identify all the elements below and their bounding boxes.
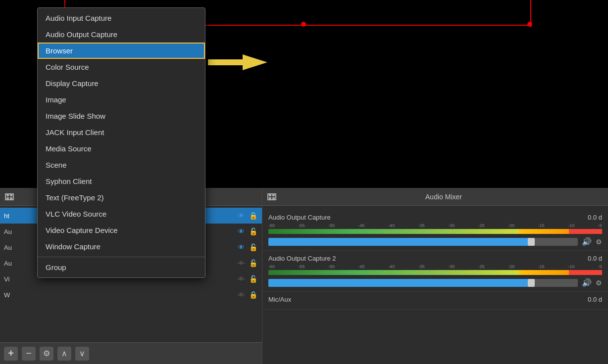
red-dot-right: [527, 22, 532, 27]
menu-item-audio-input-capture[interactable]: Audio Input Capture: [38, 10, 205, 26]
mixer-title: Audio Mixer: [284, 193, 603, 201]
mixer-header: Audio Mixer: [262, 188, 608, 206]
volume-slider-1[interactable]: [268, 238, 578, 246]
menu-item-text-freetype2[interactable]: Text (FreeType 2): [38, 189, 205, 206]
menu-separator: [38, 257, 205, 257]
remove-source-button[interactable]: −: [22, 347, 36, 361]
visibility-icon[interactable]: 👁: [236, 227, 246, 236]
lock-icon[interactable]: 🔓: [248, 274, 258, 284]
visibility-icon[interactable]: 👁: [236, 274, 246, 284]
vu-labels-2: -60 -55 -50 -45 -40 -35 -30 -25 -20 -15 …: [268, 264, 602, 269]
lock-icon[interactable]: 🔒: [248, 211, 258, 221]
lock-icon[interactable]: 🔓: [248, 242, 258, 252]
menu-item-display-capture[interactable]: Display Capture: [38, 75, 205, 91]
red-dot-center: [301, 22, 306, 27]
speaker-icon-2[interactable]: 🔊: [582, 278, 592, 287]
source-item-icons: 👁 🔒: [236, 211, 258, 221]
menu-item-image-slide-show[interactable]: Image Slide Show: [38, 108, 205, 124]
audio-mixer-panel: Audio Mixer Audio Output Capture 0.0 d -…: [262, 188, 608, 364]
svg-rect-5: [269, 194, 271, 196]
context-menu: Audio Input Capture Audio Output Capture…: [37, 7, 205, 278]
lock-icon[interactable]: 🔓: [248, 227, 258, 236]
channel-controls-2: 🔊 ⚙: [268, 278, 602, 287]
audio-channel-3: Mic/Aux 0.0 d: [262, 292, 608, 310]
menu-item-syphon-client[interactable]: Syphon Client: [38, 173, 205, 189]
lock-icon[interactable]: 🔓: [248, 258, 258, 268]
mixer-options-1[interactable]: ⚙: [596, 238, 602, 246]
menu-item-audio-output-capture[interactable]: Audio Output Capture: [38, 26, 205, 43]
add-source-button[interactable]: +: [4, 347, 18, 361]
source-settings-button[interactable]: ⚙: [40, 347, 53, 361]
arrow-indicator: [208, 53, 267, 71]
source-item-w[interactable]: W 👁 🔒: [0, 287, 262, 303]
mixer-resize-icon: [267, 193, 276, 200]
menu-item-image[interactable]: Image: [38, 91, 205, 108]
svg-marker-0: [208, 54, 267, 70]
menu-item-jack-input-client[interactable]: JACK Input Client: [38, 124, 205, 140]
svg-rect-6: [272, 194, 275, 196]
menu-item-browser[interactable]: Browser: [38, 43, 205, 59]
menu-item-window-capture[interactable]: Window Capture: [38, 238, 205, 255]
move-down-button[interactable]: ∨: [75, 347, 89, 361]
visibility-icon[interactable]: 👁: [236, 211, 246, 221]
menu-item-video-capture-device[interactable]: Video Capture Device: [38, 222, 205, 238]
svg-rect-4: [10, 197, 12, 199]
channel-db-3: 0.0 d: [588, 296, 602, 303]
move-up-button[interactable]: ∧: [57, 347, 71, 361]
speaker-icon-1[interactable]: 🔊: [582, 237, 592, 246]
channel-name-2: Audio Output Capture 2: [268, 255, 336, 262]
svg-rect-7: [269, 197, 271, 199]
menu-item-color-source[interactable]: Color Source: [38, 59, 205, 75]
visibility-icon[interactable]: 👁: [236, 242, 246, 252]
menu-item-group[interactable]: Group: [38, 259, 205, 275]
sources-panel-footer: + − ⚙ ∧ ∨: [0, 342, 262, 364]
channel-db-1: 0.0 d: [588, 214, 602, 221]
visibility-icon[interactable]: 👁: [236, 290, 246, 300]
menu-item-scene[interactable]: Scene: [38, 157, 205, 173]
volume-slider-2[interactable]: [268, 279, 578, 287]
svg-rect-2: [10, 194, 12, 196]
channel-name-3: Mic/Aux: [268, 296, 291, 303]
mixer-content: Audio Output Capture 0.0 d -60 -55 -50 -…: [262, 206, 608, 364]
svg-rect-3: [6, 197, 9, 199]
svg-rect-1: [6, 194, 9, 196]
channel-name-1: Audio Output Capture: [268, 214, 331, 221]
svg-rect-8: [272, 197, 275, 199]
mixer-options-2[interactable]: ⚙: [596, 279, 602, 287]
menu-item-media-source[interactable]: Media Source: [38, 140, 205, 157]
panel-resize-icon: [5, 193, 14, 200]
menu-item-vlc-video-source[interactable]: VLC Video Source: [38, 206, 205, 222]
vu-labels-1: -60 -55 -50 -45 -40 -35 -30 -25 -20 -15 …: [268, 223, 602, 228]
channel-controls-1: 🔊 ⚙: [268, 237, 602, 246]
vu-meter-1: [268, 229, 602, 234]
lock-icon[interactable]: 🔒: [248, 290, 258, 300]
visibility-icon[interactable]: 👁: [236, 258, 246, 268]
audio-channel-1: Audio Output Capture 0.0 d -60 -55 -50 -…: [262, 210, 608, 251]
channel-db-2: 0.0 d: [588, 255, 602, 262]
audio-channel-2: Audio Output Capture 2 0.0 d -60 -55 -50…: [262, 251, 608, 292]
vu-meter-2: [268, 270, 602, 275]
